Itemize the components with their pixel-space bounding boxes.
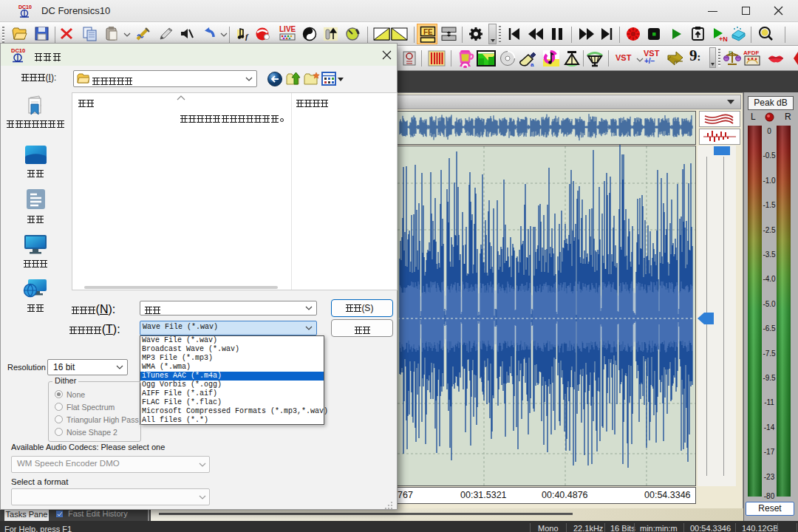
svg-text:DC10: DC10: [11, 47, 25, 54]
